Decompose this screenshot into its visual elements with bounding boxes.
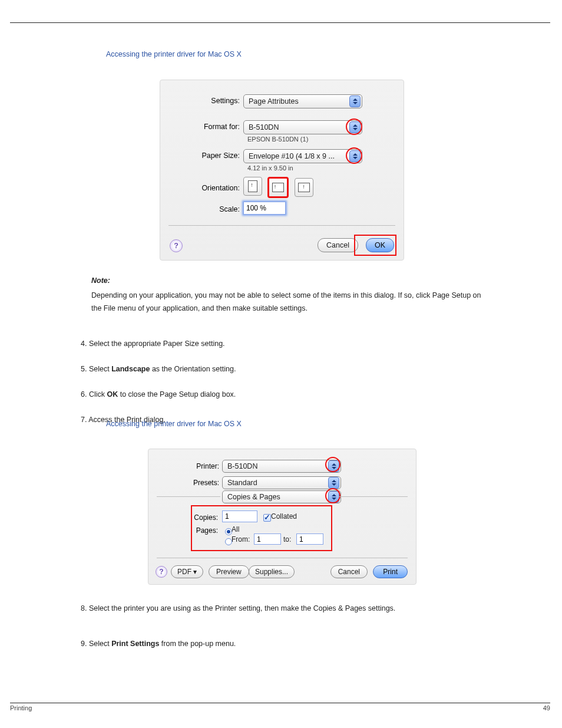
presets-label: Presets:: [148, 479, 225, 487]
scale-label: Scale:: [160, 205, 246, 213]
panel-popup[interactable]: Copies & Pages: [222, 490, 341, 503]
format-for-popup[interactable]: B-510DN: [243, 120, 362, 134]
scale-input[interactable]: [243, 202, 286, 215]
stepper-icon: [328, 477, 339, 489]
step-5: 5. Select Landscape as the Orientation s…: [81, 365, 236, 373]
preview-button[interactable]: Preview: [209, 565, 249, 578]
page-footer: Printing 49: [10, 699, 550, 711]
ok-button[interactable]: OK: [366, 238, 394, 252]
pages-from-label: From:: [232, 535, 250, 543]
presets-value: Standard: [227, 479, 257, 487]
cancel-button[interactable]: Cancel: [318, 238, 358, 252]
paper-size-popup[interactable]: Envelope #10 (4 1/8 x 9 ...: [243, 149, 362, 163]
step-9: 9. Select Print Settings from the pop-up…: [81, 640, 236, 648]
pdf-button[interactable]: PDF ▾: [171, 565, 203, 578]
orientation-label: Orientation:: [160, 184, 246, 192]
footer-page-number: 49: [543, 704, 550, 711]
settings-value: Page Attributes: [249, 97, 299, 106]
help-icon[interactable]: ?: [170, 239, 183, 252]
pages-to-input[interactable]: [296, 533, 323, 545]
paper-size-value: Envelope #10 (4 1/8 x 9 ...: [249, 152, 335, 160]
link-access-driver-1: Accessing the printer driver for Mac OS …: [106, 50, 503, 58]
link-access-driver-2: Accessing the printer driver for Mac OS …: [106, 420, 503, 428]
footer-left: Printing: [10, 704, 32, 711]
step-4: 4. Select the appropriate Paper Size set…: [81, 340, 225, 348]
page-setup-dialog: Settings: Page Attributes Format for: B-…: [160, 80, 404, 261]
ok-word: OK: [107, 390, 118, 398]
note-text: Depending on your application, you may n…: [91, 289, 493, 315]
print-button[interactable]: Print: [373, 565, 408, 578]
supplies-button[interactable]: Supplies...: [249, 565, 295, 578]
settings-label: Settings:: [160, 97, 246, 105]
note-label: Note:: [91, 276, 110, 285]
collated-label: Collated: [271, 512, 297, 521]
pages-label: Pages:: [171, 526, 224, 535]
printer-label: Printer:: [148, 462, 225, 470]
help-icon[interactable]: ?: [156, 566, 167, 578]
pages-to-label: to:: [283, 535, 291, 543]
print-settings-word: Print Settings: [111, 640, 159, 648]
printer-value: B-510DN: [227, 462, 257, 470]
copies-input[interactable]: [222, 510, 257, 522]
format-for-label: Format for:: [160, 123, 246, 131]
panel-value: Copies & Pages: [227, 493, 280, 501]
step-6: 6. Click OK to close the Page Setup dial…: [81, 390, 236, 398]
settings-popup[interactable]: Page Attributes: [243, 94, 362, 108]
copies-label: Copies:: [171, 513, 224, 522]
step-8: 8. Select the printer you are using as t…: [81, 602, 493, 615]
header-rule: [10, 22, 550, 23]
stepper-icon: [328, 491, 339, 503]
cancel-button[interactable]: Cancel: [330, 565, 368, 578]
stepper-icon: [349, 121, 361, 133]
collated-checkbox[interactable]: [263, 514, 271, 522]
stepper-icon: [328, 460, 339, 472]
pages-from-input[interactable]: [254, 533, 281, 545]
print-dialog: Printer: B-510DN Presets: Standard Copie…: [148, 449, 416, 585]
stepper-icon: [349, 95, 361, 107]
landscape-word: Landscape: [111, 365, 150, 373]
presets-popup[interactable]: Standard: [222, 476, 341, 489]
format-for-sub: EPSON B-510DN (1): [247, 136, 308, 143]
stepper-icon: [349, 150, 361, 162]
printer-popup[interactable]: B-510DN: [222, 460, 341, 473]
orientation-landscape-left[interactable]: ↑: [267, 177, 289, 198]
paper-size-sub: 4.12 in x 9.50 in: [247, 164, 293, 172]
pages-all-label: All: [232, 525, 239, 533]
format-for-value: B-510DN: [249, 123, 279, 131]
orientation-landscape-right[interactable]: ↑: [295, 178, 313, 197]
paper-size-label: Paper Size:: [160, 151, 246, 160]
orientation-portrait[interactable]: ↑: [243, 177, 262, 196]
